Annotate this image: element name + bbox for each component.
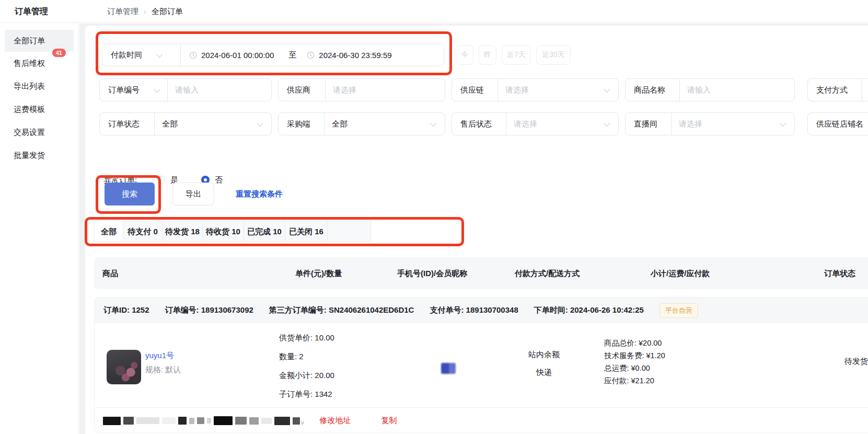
sidebar: 全部订单 售后维权 41 导出列表 运费模板 交易设置 批量发货 (0, 23, 79, 434)
tab-pending-shipment[interactable]: 待发货 18 (162, 221, 203, 242)
after-sales-status-label: 售后状态 (452, 113, 506, 135)
after-sales-count-badge: 41 (52, 49, 66, 57)
date-range-separator: 至 (288, 50, 296, 60)
quick-range-7days-button[interactable]: 近7天 (502, 45, 531, 65)
amount-payable: 应付款: ¥21.20 (604, 374, 665, 387)
table-header: 商品 单件(元)/数量 手机号(ID)/会员昵称 付款方式/配送方式 小计/运费… (94, 257, 868, 289)
tab-pending-payment[interactable]: 待支付 0 (123, 221, 163, 242)
tab-all[interactable]: 全部 (94, 221, 123, 242)
address-expand-caret[interactable]: v (301, 419, 304, 426)
purchase-side-label: 采购端 (279, 113, 325, 135)
order-meta-bar: 订单ID: 1252 订单编号: 189130673092 第三方订单编号: S… (95, 298, 868, 323)
sidebar-item-batch-shipping[interactable]: 批量发货 (0, 144, 78, 167)
chevron-down-icon (780, 120, 786, 127)
chevron-down-icon (604, 86, 610, 93)
tab-completed[interactable]: 已完成 10 (244, 221, 285, 242)
time-filter-group: 付款时间 2024-06-01 00:00:00 至 2024-06-30 23… (102, 43, 444, 66)
after-sales-status-filter: 售后状态 请选择 (452, 112, 619, 135)
product-thumbnail[interactable] (107, 350, 141, 384)
order-status-filter: 订单状态 全部 (99, 112, 272, 135)
supplier-select[interactable]: 请选择 (326, 85, 356, 95)
quick-range-buttons: 今 昨 近7天 近30天 (456, 45, 571, 65)
order-status-label: 订单状态 (100, 113, 155, 135)
live-room-filter: 直播间 请选择 (625, 112, 795, 135)
third-party-order-number: 第三方订单编号: SN2406261042ED6D1C (269, 305, 414, 315)
payment-method-value: 站内余额 (513, 350, 575, 360)
clock-icon (307, 51, 315, 59)
delivery-method-value: 快递 (513, 368, 575, 378)
supply-chain-label: 供应链 (452, 79, 498, 101)
product-name-filter: 商品名称 请输入 (625, 78, 795, 101)
purchase-side-select[interactable]: 全部 (325, 119, 348, 129)
sidebar-item-export-list[interactable]: 导出列表 (0, 75, 78, 98)
order-address-row: v 修改地址 复制 (95, 407, 868, 433)
search-button[interactable]: 搜索 (105, 182, 155, 205)
date-start-input[interactable]: 2024-06-01 00:00:00 (201, 51, 274, 60)
sidebar-item-trade-settings[interactable]: 交易设置 (0, 121, 78, 144)
supply-chain-shop-filter: 供应链店铺名 (807, 112, 868, 135)
order-number-input[interactable]: 请输入 (168, 85, 199, 95)
order-row: 订单ID: 1252 订单编号: 189130673092 第三方订单编号: S… (94, 297, 868, 433)
copy-address-link[interactable]: 复制 (381, 416, 397, 426)
sidebar-item-after-sales[interactable]: 售后维权 41 (0, 52, 78, 75)
order-status-select[interactable]: 全部 (155, 119, 178, 129)
quick-range-today-button[interactable]: 今 (456, 45, 473, 65)
tab-filler (327, 221, 371, 242)
edit-address-link[interactable]: 修改地址 (320, 416, 351, 426)
col-payment-delivery: 付款方式/配送方式 (515, 257, 580, 289)
quick-range-yesterday-button[interactable]: 昨 (479, 45, 496, 65)
live-room-select[interactable]: 请选择 (672, 119, 702, 129)
purchase-side-filter: 采购端 全部 (278, 112, 445, 135)
sub-order-number: 子订单号: 1342 (279, 385, 334, 404)
chevron-down-icon (604, 120, 610, 127)
product-spec: 规格: 默认 (145, 365, 181, 375)
quick-range-30days-button[interactable]: 近30天 (536, 45, 571, 65)
after-sales-status-select[interactable]: 请选择 (506, 119, 537, 129)
redacted-address (103, 416, 300, 425)
reset-filters-link[interactable]: 重置搜索条件 (236, 182, 283, 205)
col-product: 商品 (102, 257, 118, 289)
product-name-input[interactable]: 请输入 (680, 85, 711, 95)
payment-method-label: 支付方式 (808, 79, 862, 101)
tab-pending-receipt[interactable]: 待收货 10 (202, 221, 244, 242)
member-avatar-redacted (441, 363, 456, 374)
breadcrumb-current: 全部订单 (152, 0, 183, 23)
totals-column: 商品总价: ¥20.00 技术服务费: ¥1.20 总运费: ¥0.00 应付款… (604, 337, 665, 387)
live-room-label: 直播间 (626, 113, 672, 135)
tab-closed[interactable]: 已关闭 16 (285, 221, 328, 242)
payment-method-filter: 支付方式 (807, 78, 868, 101)
order-management-page: 订单管理 订单管理 › 全部订单 全部订单 售后维权 41 导出列表 运费模板 … (0, 0, 868, 434)
quantity: 数量: 2 (279, 347, 334, 366)
shipping-total: 总运费: ¥0.00 (604, 362, 665, 374)
sidebar-menu: 全部订单 售后维权 41 导出列表 运费模板 交易设置 批量发货 (0, 23, 78, 167)
top-bar: 订单管理 订单管理 › 全部订单 (0, 0, 868, 23)
col-unit-price-qty: 单件(元)/数量 (295, 257, 342, 289)
supplier-filter: 供应商 请选择 (278, 78, 445, 101)
time-type-select[interactable]: 付款时间 (102, 44, 181, 66)
unit-price-column: 供货单价: 10.00 数量: 2 金额小计: 20.00 子订单号: 1342 (279, 328, 334, 404)
sidebar-item-freight-template[interactable]: 运费模板 (0, 98, 78, 121)
product-name-link[interactable]: yuyu1号 (145, 351, 174, 361)
abnormal-yes-radio[interactable] (157, 176, 165, 184)
chevron-down-icon (257, 120, 263, 127)
order-number-type-select[interactable]: 订单编号 (100, 79, 168, 101)
supply-unit-price: 供货单价: 10.00 (279, 328, 334, 347)
abnormal-no-label[interactable]: 否 (215, 175, 223, 185)
col-order-status: 订单状态 (824, 257, 855, 289)
supply-chain-select[interactable]: 请选择 (498, 85, 529, 95)
platform-self-operated-badge: 平台自营 (659, 303, 698, 318)
breadcrumb-root[interactable]: 订单管理 (107, 0, 138, 23)
order-status-value: 待发货 (795, 357, 868, 367)
sidebar-item-label: 售后维权 (14, 59, 45, 67)
col-subtotal: 小计/运费/应付款 (651, 257, 710, 289)
col-member: 手机号(ID)/会员昵称 (397, 257, 467, 289)
order-status-tabs: 全部 待支付 0 待发货 18 待收货 10 已完成 10 已关闭 16 (94, 221, 371, 242)
order-body: yuyu1号 规格: 默认 供货单价: 10.00 数量: 2 金额小计: 20… (95, 323, 868, 407)
order-number-filter: 订单编号 请输入 (99, 78, 272, 101)
app-title: 订单管理 (15, 0, 48, 23)
amount-subtotal: 金额小计: 20.00 (279, 366, 334, 385)
breadcrumb-separator-icon: › (144, 0, 146, 23)
export-button[interactable]: 导出 (172, 182, 214, 205)
date-end-input[interactable]: 2024-06-30 23:59:59 (319, 51, 391, 60)
chevron-down-icon (430, 120, 437, 127)
